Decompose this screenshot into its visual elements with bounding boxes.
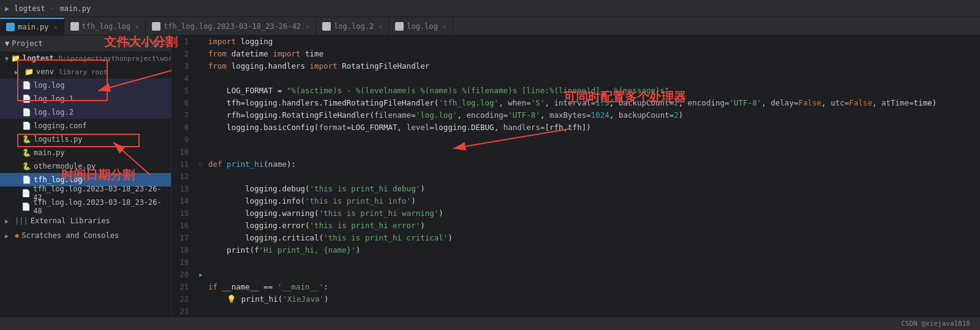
code-line-1: 1 import logging <box>172 36 980 48</box>
tab-log-log[interactable]: log.log ✕ <box>389 18 453 35</box>
py-icon <box>6 23 15 31</box>
tab-log-log2[interactable]: log.log.2 ✕ <box>316 18 389 35</box>
sidebar: ▼ Project ⊕ ≡ ⇅ ⚙ – ▼ 📁 logtest D:\proje… <box>0 36 172 317</box>
code-line-9: 9 <box>172 134 980 146</box>
log-file-icon-1: 📄 <box>22 94 31 103</box>
code-line-21: 21 if __name__ == '__main__': <box>172 281 980 293</box>
log-icon-4 <box>395 22 404 31</box>
project-name: logtest <box>14 4 45 13</box>
ext-lib-icon: ||| <box>15 217 28 225</box>
project-label: ▼ <box>5 39 9 48</box>
tree-logging-conf[interactable]: 📄 logging.conf <box>0 119 171 132</box>
log-icon-3 <box>322 22 331 31</box>
code-line-7: 7 rfh=logging.RotatingFileHandler(filena… <box>172 109 980 121</box>
code-line-2: 2 from datetime import time <box>172 48 980 60</box>
settings-icon[interactable]: ⚙ <box>153 40 157 48</box>
collapse-icon[interactable]: ⇅ <box>144 40 148 48</box>
code-line-23: 23 <box>172 305 980 317</box>
project-panel-label: Project <box>12 39 43 48</box>
tree-log-log2[interactable]: 📄 log.log.2 <box>0 106 171 119</box>
sidebar-scratches[interactable]: ▶ ✱ Scratches and Consoles <box>0 228 171 243</box>
code-line-18: 18 print(f'Hi print_hi, {name}') <box>172 244 980 256</box>
code-line-13: 13 logging.debug('this is print_hi debug… <box>172 183 980 195</box>
conf-icon: 📄 <box>22 121 31 130</box>
tab-tfh-log[interactable]: tfh_log.log ✕ <box>64 18 146 35</box>
sidebar-toolbar: ▼ Project ⊕ ≡ ⇅ ⚙ – <box>0 36 171 52</box>
tree-arrow-venv: ▶ <box>15 69 22 75</box>
tab-close-log2[interactable]: ✕ <box>379 23 382 30</box>
log-icon-2 <box>152 22 160 31</box>
code-editor[interactable]: 1 import logging 2 from datetime import … <box>172 36 980 317</box>
sidebar-external-libraries[interactable]: ▶ ||| External Libraries <box>0 213 171 228</box>
code-line-22: 22 💡 print_hi('XieJava') <box>172 293 980 305</box>
tab-close-main-py[interactable]: ✕ <box>54 24 58 31</box>
sync-icon[interactable]: ≡ <box>135 40 140 48</box>
tree-root[interactable]: ▼ 📁 logtest D:\project\pythonproject\wor… <box>0 52 171 65</box>
bottom-bar: CSDN @xiejava1018 <box>0 317 980 330</box>
scratch-icon: ✱ <box>15 231 19 240</box>
main-content: ▼ Project ⊕ ≡ ⇅ ⚙ – ▼ 📁 logtest D:\proje… <box>0 36 980 317</box>
scratch-arrow: ▶ <box>5 232 12 239</box>
tab-close-tfh-dated[interactable]: ✕ <box>306 23 309 30</box>
log-file-icon-2: 📄 <box>22 108 31 117</box>
tree-tfh-log-48[interactable]: 📄 tfh_log.log.2023-03-18_23-26-48 <box>0 200 171 213</box>
tab-close-log[interactable]: ✕ <box>443 23 447 30</box>
log-icon-1 <box>70 22 79 31</box>
code-line-6: 6 tfh=logging.handlers.TimedRotatingFile… <box>172 97 980 109</box>
code-line-5: 5 LOG_FORMAT = "%(asctime)s - %(levelnam… <box>172 85 980 97</box>
code-line-8: 8 logging.basicConfig(format=LOG_FORMAT,… <box>172 121 980 134</box>
code-line-17: 17 logging.critical('this is print_hi cr… <box>172 232 980 244</box>
tab-main-py[interactable]: main.py ✕ <box>0 18 64 35</box>
code-line-15: 15 logging.warning('this is print_hi war… <box>172 207 980 220</box>
tree-venv[interactable]: ▶ 📁 venv library root <box>0 65 171 79</box>
tfh-log-icon: 📄 <box>22 175 31 184</box>
sidebar-actions: ⊕ ≡ ⇅ ⚙ – <box>126 40 166 48</box>
app-icon: ▶ <box>5 4 9 13</box>
venv-icon: 📁 <box>24 67 34 76</box>
tree-logutils[interactable]: 🐍 logutils.py <box>0 132 171 146</box>
code-line-11: 11 ○ def print_hi(name): <box>172 158 980 171</box>
folder-icon: 📁 <box>11 54 20 63</box>
tree-log-log[interactable]: 📄 log.log <box>0 79 171 92</box>
file-name: main.py <box>60 4 91 13</box>
code-line-14: 14 logging.info('this is print_hi info') <box>172 195 980 207</box>
code-line-3: 3 from logging.handlers import RotatingF… <box>172 60 980 72</box>
code-line-20: 20 ▶ <box>172 269 980 281</box>
code-line-10: 10 <box>172 146 980 158</box>
title-bar: ▶ logtest – main.py <box>0 0 980 17</box>
log-file-icon: 📄 <box>22 81 31 90</box>
tfh-log-icon-48: 📄 <box>21 202 31 211</box>
py-file-icon-main: 🐍 <box>22 148 31 157</box>
minus-icon[interactable]: – <box>162 40 166 48</box>
tree-othermodule[interactable]: 🐍 othermodule.py <box>0 159 171 173</box>
code-line-16: 16 logging.error('this is print_hi error… <box>172 220 980 232</box>
code-line-4: 4 <box>172 72 980 85</box>
tree-arrow-root: ▼ <box>5 55 9 62</box>
tab-bar: main.py ✕ tfh_log.log ✕ tfh_log.log.2023… <box>0 17 980 36</box>
tab-close-tfh[interactable]: ✕ <box>135 23 139 30</box>
py-file-icon-other: 🐍 <box>22 162 31 171</box>
tab-tfh-log-dated[interactable]: tfh_log.log.2023-03-18_23-26-42 ✕ <box>146 18 316 35</box>
tree-main-py[interactable]: 🐍 main.py <box>0 146 171 159</box>
add-icon[interactable]: ⊕ <box>126 40 130 48</box>
tree-log-log1[interactable]: 📄 log.log.1 <box>0 92 171 106</box>
code-line-19: 19 <box>172 256 980 269</box>
credit-text: CSDN @xiejava1018 <box>901 320 970 328</box>
py-file-icon: 🐍 <box>22 135 31 144</box>
code-line-12: 12 <box>172 171 980 183</box>
tfh-log-icon-42: 📄 <box>21 189 31 198</box>
ext-arrow: ▶ <box>5 218 12 224</box>
